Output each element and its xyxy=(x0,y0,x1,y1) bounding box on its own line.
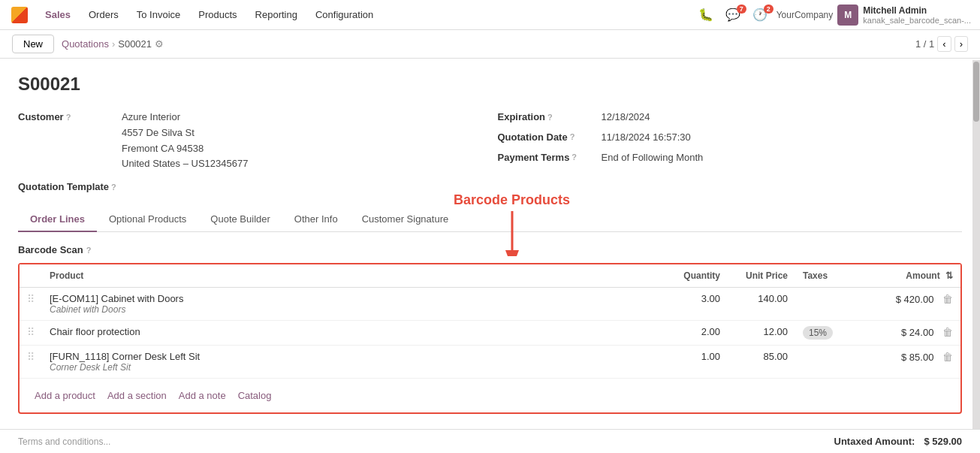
expiration-value[interactable]: 12/18/2024 xyxy=(602,110,650,125)
drag-handle[interactable]: ⠿ xyxy=(27,351,35,363)
table-row: ⠿ Chair floor protection 2.00 12.00 15% … xyxy=(20,321,960,346)
unit-price-cell[interactable]: 140.00 xyxy=(728,288,795,321)
tab-quote-builder[interactable]: Quote Builder xyxy=(198,207,282,232)
chat-badge: 7 xyxy=(737,5,746,14)
drag-handle[interactable]: ⠿ xyxy=(27,326,35,338)
company-avatar: M xyxy=(837,5,858,26)
spacer-cell xyxy=(855,321,878,346)
product-name[interactable]: [FURN_1118] Corner Desk Left Sit xyxy=(50,351,653,362)
col-quantity: Quantity xyxy=(660,264,728,288)
spacer-cell xyxy=(855,346,878,379)
breadcrumb-current: S00021 xyxy=(118,38,152,50)
customer-field: Customer ? Azure Interior 4557 De Silva … xyxy=(18,110,483,172)
quantity-cell[interactable]: 2.00 xyxy=(660,321,728,346)
add-note-link[interactable]: Add a note xyxy=(179,390,226,401)
order-table: Product Quantity Unit Price Taxes Amount… xyxy=(18,263,962,414)
tab-other-info[interactable]: Other Info xyxy=(282,207,350,232)
nav-reporting[interactable]: Reporting xyxy=(248,6,305,23)
quotation-date-field: Quotation Date ? 11/18/2024 16:57:30 xyxy=(498,130,963,146)
quantity-cell[interactable]: 3.00 xyxy=(660,288,728,321)
top-navigation: Sales Orders To Invoice Products Reporti… xyxy=(0,0,980,30)
chat-icon[interactable]: 💬 7 xyxy=(722,6,743,23)
col-product: Product xyxy=(42,264,660,288)
table-actions: Add a product Add a section Add a note C… xyxy=(27,384,953,407)
table-row: ⠿ [E-COM11] Cabinet with Doors Cabinet w… xyxy=(20,288,960,321)
spacer-cell xyxy=(855,288,878,321)
nav-to-invoice[interactable]: To Invoice xyxy=(129,6,188,23)
delete-icon[interactable]: 🗑 xyxy=(942,293,953,305)
add-product-link[interactable]: Add a product xyxy=(35,390,95,401)
quotation-date-label: Quotation Date ? xyxy=(498,130,596,143)
nav-orders[interactable]: Orders xyxy=(81,6,126,23)
catalog-link[interactable]: Catalog xyxy=(238,390,272,401)
breadcrumb-separator: › xyxy=(112,38,115,50)
scroll-thumb[interactable] xyxy=(973,62,979,122)
tax-badge: 15% xyxy=(803,326,833,340)
sort-icon[interactable]: ⇅ xyxy=(945,270,953,281)
barcode-scan-help[interactable]: ? xyxy=(86,246,92,255)
quotation-template-help[interactable]: ? xyxy=(111,183,116,192)
nav-configuration[interactable]: Configuration xyxy=(308,6,381,23)
payment-terms-label: Payment Terms ? xyxy=(498,150,596,163)
company-name: YourCompany xyxy=(776,10,834,20)
debug-icon[interactable]: 🐛 xyxy=(695,6,716,23)
amount-cell: $ 24.00 🗑 xyxy=(878,321,960,346)
activity-icon[interactable]: 🕐 2 xyxy=(749,6,770,23)
tab-customer-signature[interactable]: Customer Signature xyxy=(350,207,461,232)
next-button[interactable]: › xyxy=(954,36,968,52)
payment-terms-help[interactable]: ? xyxy=(571,153,577,162)
untaxed-value: $ 529.00 xyxy=(924,436,962,447)
quotation-date-help[interactable]: ? xyxy=(570,132,575,141)
pagination-label: 1 / 1 xyxy=(915,38,934,50)
payment-terms-field: Payment Terms ? End of Following Month xyxy=(498,150,963,166)
quantity-cell[interactable]: 1.00 xyxy=(660,346,728,379)
tab-order-lines[interactable]: Order Lines xyxy=(18,207,97,232)
tabs-container: Order Lines Optional Products Quote Buil… xyxy=(18,207,962,232)
unit-price-cell[interactable]: 12.00 xyxy=(728,321,795,346)
app-logo xyxy=(9,5,30,26)
drag-handle[interactable]: ⠿ xyxy=(27,293,35,305)
form-fields: Customer ? Azure Interior 4557 De Silva … xyxy=(18,110,962,192)
scrollbar[interactable] xyxy=(972,60,980,429)
customer-label: Customer ? xyxy=(18,110,116,122)
add-section-link[interactable]: Add a section xyxy=(107,390,167,401)
topnav-right: 🐛 💬 7 🕐 2 YourCompany M Mitchell Admin k… xyxy=(695,5,971,26)
expiration-help[interactable]: ? xyxy=(547,113,553,122)
prev-button[interactable]: ‹ xyxy=(937,36,951,52)
document-title: S00021 xyxy=(18,74,962,95)
delete-icon[interactable]: 🗑 xyxy=(942,351,953,363)
barcode-scan-label: Barcode Scan ? xyxy=(18,244,962,255)
table-row: ⠿ [FURN_1118] Corner Desk Left Sit Corne… xyxy=(20,346,960,379)
bottom-bar: Terms and conditions... Untaxed Amount: … xyxy=(0,429,980,451)
amount-cell: $ 85.00 🗑 xyxy=(878,346,960,379)
user-info: Mitchell Admin kanak_sale_barcode_scan-.… xyxy=(863,5,971,25)
nav-products[interactable]: Products xyxy=(191,6,244,23)
product-name[interactable]: Chair floor protection xyxy=(50,326,653,337)
annotation-label: Barcode Products xyxy=(454,192,570,208)
new-button[interactable]: New xyxy=(12,35,54,53)
nav-sales[interactable]: Sales xyxy=(38,6,78,23)
pagination: 1 / 1 ‹ › xyxy=(915,36,968,52)
delete-icon[interactable]: 🗑 xyxy=(942,326,953,338)
col-spacer xyxy=(855,264,878,288)
untaxed-label: Untaxed Amount: xyxy=(834,436,915,447)
settings-icon[interactable]: ⚙ xyxy=(155,38,164,50)
action-bar: New Quotations › S00021 ⚙ 1 / 1 ‹ › xyxy=(0,30,980,59)
product-name[interactable]: [E-COM11] Cabinet with Doors xyxy=(50,293,653,304)
tab-optional-products[interactable]: Optional Products xyxy=(97,207,198,232)
customer-value: Azure Interior 4557 De Silva St Fremont … xyxy=(122,110,248,172)
terms-label: Terms and conditions... xyxy=(18,436,110,447)
quotation-template-label: Quotation Template ? xyxy=(18,180,116,192)
breadcrumb: Quotations › S00021 ⚙ xyxy=(62,38,164,50)
table-actions-row: Add a product Add a section Add a note C… xyxy=(20,379,960,412)
col-taxes: Taxes xyxy=(795,264,855,288)
expiration-field: Expiration ? 12/18/2024 xyxy=(498,110,963,125)
taxes-cell xyxy=(795,346,855,379)
activity-badge: 2 xyxy=(764,5,773,14)
col-drag xyxy=(20,264,42,288)
customer-help[interactable]: ? xyxy=(66,113,71,122)
main-content: S00021 Customer ? Azure Interior 4557 De… xyxy=(0,59,980,451)
breadcrumb-parent[interactable]: Quotations xyxy=(62,38,109,50)
unit-price-cell[interactable]: 85.00 xyxy=(728,346,795,379)
col-unit-price: Unit Price xyxy=(728,264,795,288)
